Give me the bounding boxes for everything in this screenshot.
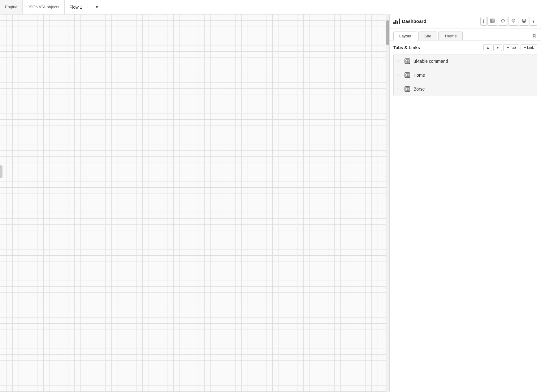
- svg-point-13: [513, 20, 514, 21]
- flow-dropdown-button[interactable]: ▾: [94, 3, 100, 11]
- panel-more-button[interactable]: ▾: [530, 17, 537, 26]
- jsonata-tab[interactable]: JSONATA objects: [23, 0, 64, 14]
- node-icon-2: [404, 85, 411, 93]
- add-tab-button[interactable]: + Tab: [503, 44, 519, 51]
- panel-tabs: Layout Site Theme ⧉: [390, 28, 541, 40]
- svg-point-14: [522, 19, 526, 20]
- svg-line-10: [501, 22, 502, 22]
- tab-site[interactable]: Site: [418, 32, 437, 40]
- book-button[interactable]: [487, 17, 497, 26]
- svg-point-5: [502, 20, 504, 22]
- svg-line-8: [501, 20, 502, 21]
- book-icon: [490, 19, 495, 24]
- svg-line-9: [504, 20, 505, 21]
- tree-item-1[interactable]: › Home: [394, 68, 537, 82]
- tabs-links-actions: ▲ ▼ + Tab + Link: [483, 44, 537, 51]
- chevron-right-icon-2: ›: [397, 87, 401, 91]
- left-handle[interactable]: [0, 165, 2, 178]
- panel-title-text: Dashboard: [402, 19, 426, 24]
- panel-icon-bar: i: [480, 17, 537, 26]
- tree-item-label-1: Home: [413, 73, 425, 78]
- tree-item-2[interactable]: › Börse: [394, 82, 537, 96]
- canvas-scrollbar[interactable]: [386, 14, 389, 392]
- database-button[interactable]: [519, 17, 529, 26]
- external-link-button[interactable]: ⧉: [531, 32, 537, 40]
- settings-icon: [511, 19, 516, 24]
- node-icon-1: [404, 71, 411, 79]
- add-link-button[interactable]: + Link: [521, 44, 537, 51]
- side-panel: Dashboard i: [389, 14, 541, 392]
- external-link-icon: ⧉: [533, 33, 536, 38]
- flow-canvas[interactable]: [0, 14, 389, 392]
- move-down-button[interactable]: ▼: [493, 44, 502, 51]
- tree-item-label-0: ui-table command: [413, 59, 448, 64]
- chevron-down-icon: ▾: [532, 19, 535, 24]
- tabs-links-title: Tabs & Links: [393, 45, 483, 50]
- tree-item-label-2: Börse: [413, 87, 425, 92]
- tab-theme[interactable]: Theme: [438, 32, 462, 40]
- node-icon-0: [404, 58, 411, 65]
- engine-tab[interactable]: Engine: [0, 0, 23, 14]
- chevron-right-icon-0: ›: [397, 59, 401, 63]
- chevron-right-icon-1: ›: [397, 73, 401, 77]
- move-up-button[interactable]: ▲: [483, 44, 492, 51]
- info-button[interactable]: i: [480, 17, 487, 26]
- canvas-area[interactable]: [0, 14, 389, 392]
- tabs-links-header: Tabs & Links ▲ ▼ + Tab + Link: [393, 44, 537, 51]
- panel-header: Dashboard i: [390, 14, 541, 28]
- settings-button[interactable]: [509, 17, 518, 26]
- flow-tab[interactable]: Flow 1 + ▾: [65, 0, 106, 14]
- flow-tab-label: Flow 1: [70, 5, 82, 10]
- database-icon: [522, 19, 526, 24]
- bug-button[interactable]: [498, 17, 508, 26]
- svg-line-11: [504, 22, 505, 22]
- bug-icon: [501, 19, 505, 24]
- top-bar: Engine JSONATA objects Flow 1 + ▾: [0, 0, 541, 14]
- add-flow-button[interactable]: +: [85, 3, 91, 11]
- info-icon: i: [483, 19, 484, 24]
- tree-item-0[interactable]: › ui-table command: [394, 54, 537, 68]
- panel-content: Tabs & Links ▲ ▼ + Tab + Link ›: [390, 40, 541, 392]
- dashboard-icon: [393, 19, 400, 24]
- tab-layout[interactable]: Layout: [393, 32, 417, 40]
- main-area: Dashboard i: [0, 14, 541, 392]
- scrollbar-thumb: [386, 20, 389, 45]
- panel-title: Dashboard: [393, 19, 478, 24]
- tabs-tree: › ui-table command ›: [393, 54, 537, 96]
